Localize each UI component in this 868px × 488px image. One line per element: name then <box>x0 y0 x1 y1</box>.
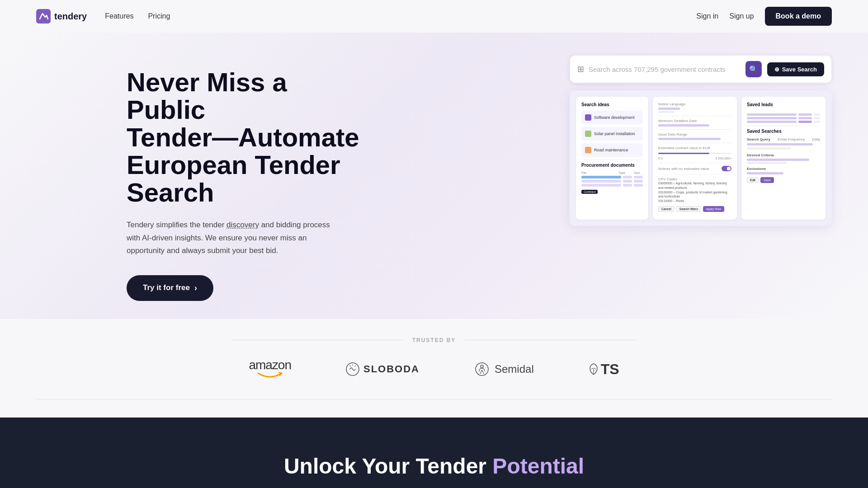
svg-rect-0 <box>36 9 51 23</box>
value-slider-fill <box>658 153 709 154</box>
search-item-1: Software development <box>581 111 643 124</box>
item-icon-2 <box>585 131 591 137</box>
saved-search-bar-1 <box>747 143 813 145</box>
search-icon: 🔍 <box>749 65 758 74</box>
notice-lang-title: Notice Language <box>658 102 686 106</box>
value-range-labels: € 0 € 500,000+ <box>658 157 731 160</box>
apply-now-button[interactable]: Apply Now <box>703 206 724 212</box>
nav-link-features[interactable]: Features <box>105 12 133 20</box>
lead-status-3 <box>798 121 812 123</box>
try-free-button[interactable]: Try it for free › <box>127 275 213 301</box>
lead-bar-2 <box>747 117 797 119</box>
contract-value-label: Estimated contract value in EUR <box>658 146 731 150</box>
filter-divider-3 <box>658 143 731 143</box>
lead-action-1 <box>814 113 820 116</box>
cpv-description: 03000000 – Agricultural, farming, fisher… <box>658 181 731 203</box>
doc-type-2 <box>623 180 632 183</box>
search-item-label-3: Road maintenance <box>594 148 628 152</box>
no-value-toggle[interactable] <box>722 166 731 171</box>
lead-bar-3 <box>747 121 797 123</box>
nav-links: Features Pricing <box>105 12 170 20</box>
filter-divider-5 <box>658 174 731 174</box>
trusted-logos: amazon SLOBODA <box>36 358 832 381</box>
deadline-bar <box>658 124 709 127</box>
notice-lang-bar <box>658 108 680 110</box>
notice-lang-row: Notice Language <box>658 102 731 113</box>
search-bar-left: ⊞ Search across 707,295 government contr… <box>577 64 726 74</box>
search-filter-button[interactable]: Search filters <box>676 206 701 212</box>
nav-link-pricing[interactable]: Pricing <box>148 12 170 20</box>
search-item-2: Solar panel installation <box>581 127 643 141</box>
search-bar-mockup: ⊞ Search across 707,295 government contr… <box>570 55 832 83</box>
filter-icon: ⊞ <box>577 64 584 74</box>
search-ideas-title: Search ideas <box>581 102 643 107</box>
doc-row-3 <box>581 184 643 187</box>
semidal-logo: Semidal <box>474 361 534 377</box>
value-max: € 500,000+ <box>716 157 731 160</box>
lead-row-2 <box>747 117 820 119</box>
email-freq-label: Email Frequency <box>778 137 805 141</box>
doc-row-2 <box>581 180 643 183</box>
nav-left: tendery Features Pricing <box>36 9 170 23</box>
doc-bar-1 <box>581 176 621 178</box>
semidal-text: Semidal <box>495 363 534 375</box>
value-min: € 0 <box>658 157 663 160</box>
hero-right: ⊞ Search across 707,295 government contr… <box>570 55 832 226</box>
save-confirm-button[interactable]: Save <box>760 177 774 183</box>
doc-type-1 <box>623 176 632 178</box>
hero-title: Never Miss a Public Tender—Automate Euro… <box>127 69 362 206</box>
search-submit-button[interactable]: 🔍 <box>745 61 762 77</box>
item-icon-3 <box>585 147 591 153</box>
bottom-title: Unlock Your Tender Potential <box>284 454 584 479</box>
filter-divider-1 <box>658 116 731 116</box>
doc-size-3 <box>634 184 643 187</box>
doc-col-size: Size <box>634 171 643 174</box>
lead-row-1 <box>747 113 820 116</box>
svg-point-6 <box>481 365 483 368</box>
saved-search-bar-2 <box>747 147 791 150</box>
filter-divider-4 <box>658 163 731 163</box>
amazon-logo: amazon <box>249 358 291 381</box>
hero-section: Never Miss a Public Tender—Automate Euro… <box>0 33 868 319</box>
trusted-section: TRUSTED BY amazon SLOBODA <box>0 319 868 418</box>
cancel-filter-button[interactable]: Cancel <box>658 206 675 212</box>
signup-button[interactable]: Sign up <box>729 12 754 20</box>
doc-bar-2 <box>581 180 621 183</box>
lead-status-1 <box>798 113 812 116</box>
contract-badge: Contract <box>581 190 598 194</box>
amazon-smile-icon <box>256 371 283 381</box>
save-search-button[interactable]: ⊕ Save Search <box>767 62 824 76</box>
desired-criteria-label: Desired Criteria <box>747 153 820 157</box>
lead-bar-1 <box>747 113 797 116</box>
nav-right: Sign in Sign up Book a demo <box>696 7 832 26</box>
search-item-label-2: Solar panel installation <box>594 131 635 136</box>
panel3-divider <box>747 126 820 126</box>
search-placeholder-text: Search across 707,295 government contrac… <box>589 66 726 73</box>
search-item-3: Road maintenance <box>581 143 643 157</box>
svg-line-3 <box>355 366 355 366</box>
saved-searches-panel: Saved leads <box>741 97 826 220</box>
search-ideas-panel: Search ideas Software development Solar … <box>576 97 648 220</box>
desired-bar-1 <box>747 159 809 161</box>
deadline-label: Minimum Deadline Date <box>658 119 731 123</box>
search-query-label: Search Query <box>747 137 770 141</box>
saved-leads-title: Saved leads <box>747 102 820 107</box>
sloboda-logo: SLOBODA <box>345 362 420 376</box>
edit-search-button[interactable]: Edit <box>747 177 759 183</box>
item-icon-1 <box>585 114 591 121</box>
signin-button[interactable]: Sign in <box>696 12 718 20</box>
exclusions-label: Exclusions <box>747 167 820 171</box>
cpv-codes-label: CPV Codes <box>658 177 731 181</box>
brand-logo[interactable]: tendery <box>36 9 87 23</box>
notice-lang-bar2 <box>658 111 675 113</box>
issue-date-bar <box>658 138 721 140</box>
hero-desc-text: Tendery simplifies the tender discovery … <box>127 221 330 254</box>
book-demo-button[interactable]: Book a demo <box>765 7 832 26</box>
trusted-divider <box>36 399 832 399</box>
hero-left: Never Miss a Public Tender—Automate Euro… <box>127 60 362 301</box>
svg-point-5 <box>476 363 488 375</box>
navbar: tendery Features Pricing Sign in Sign up… <box>0 0 868 33</box>
ts-logo: TS <box>588 361 619 378</box>
doc-size-2 <box>634 180 643 183</box>
issue-date-label: Issue Date Range <box>658 132 731 136</box>
